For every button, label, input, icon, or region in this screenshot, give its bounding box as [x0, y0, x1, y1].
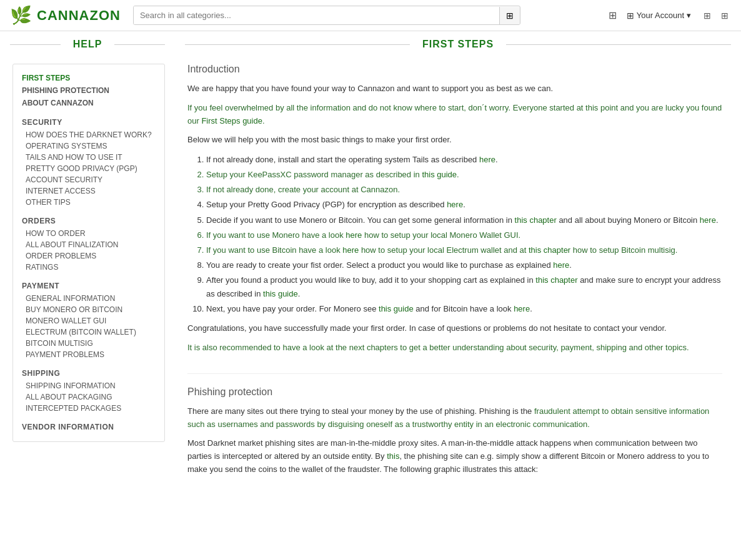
- intro-heading: Introduction: [187, 64, 722, 75]
- account-button[interactable]: ⊞ Your Account ▾: [622, 8, 696, 23]
- header-right: ⊞ ⊞ Your Account ▾ ⊞ ⊞: [609, 6, 731, 24]
- recommend-para: It is also recommended to have a look at…: [187, 341, 722, 355]
- sidebar-item-operating-systems[interactable]: OPERATING SYSTEMS: [22, 140, 156, 152]
- phishing-this-link[interactable]: this: [387, 451, 399, 461]
- sidebar-item-first-steps[interactable]: FIRST STEPS: [22, 72, 156, 84]
- sidebar-item-pgp[interactable]: PRETTY GOOD PRIVACY (PGP): [22, 163, 156, 174]
- sidebar-section-shipping: SHIPPING: [22, 369, 156, 378]
- step7-link1[interactable]: here: [342, 245, 359, 255]
- intro-section: Introduction We are happy that you have …: [187, 64, 722, 355]
- intro-para2: If you feel overwhelmed by all the infor…: [187, 102, 722, 128]
- step4-link[interactable]: here: [447, 200, 463, 209]
- step-1: If not already done, install and start t…: [206, 153, 722, 167]
- sidebar-item-general-info[interactable]: GENERAL INFORMATION: [22, 293, 156, 304]
- dropdown-arrow-icon: ▾: [687, 11, 691, 20]
- qr-icon: ⊞: [506, 11, 514, 21]
- sidebar-item-finalization[interactable]: ALL ABOUT FINALIZATION: [22, 239, 156, 250]
- grid-icon-1: ⊞: [704, 11, 711, 21]
- sidebar-item-about-cannazon[interactable]: ABOUT CANNAZON: [22, 97, 156, 109]
- sidebar-item-monero-wallet[interactable]: MONERO WALLET GUI: [22, 315, 156, 327]
- sidebar-section-security: SECURITY: [22, 118, 156, 127]
- step5-link1[interactable]: this chapter: [515, 215, 557, 225]
- sidebar-item-phishing-protection[interactable]: PHISHING PROTECTION: [22, 84, 156, 97]
- sidebar-item-packaging[interactable]: ALL ABOUT PACKAGING: [22, 391, 156, 403]
- step-3: If not already done, create your account…: [206, 183, 722, 197]
- phishing-heading: Phishing protection: [187, 386, 722, 398]
- sidebar-item-buy-monero-bitcoin[interactable]: BUY MONERO OR BITCOIN: [22, 304, 156, 315]
- account-icon: ⊞: [627, 11, 634, 21]
- sidebar: FIRST STEPS PHISHING PROTECTION ABOUT CA…: [0, 57, 175, 501]
- step9-link2[interactable]: this guide: [263, 289, 298, 298]
- sidebar-item-other-tips[interactable]: OTHER TIPS: [22, 197, 156, 208]
- phishing-para1: There are many sites out there trying to…: [187, 405, 722, 431]
- sidebar-item-darknet[interactable]: HOW DOES THE DARKNET WORK?: [22, 129, 156, 140]
- help-section-title: HELP: [61, 39, 115, 50]
- step1-link[interactable]: here: [479, 155, 495, 164]
- sidebar-item-account-security[interactable]: ACCOUNT SECURITY: [22, 174, 156, 185]
- sidebar-item-order-problems[interactable]: ORDER PROBLEMS: [22, 250, 156, 262]
- sidebar-section-payment: PAYMENT: [22, 282, 156, 290]
- sidebar-item-electrum[interactable]: ELECTRUM (BITCOIN WALLET): [22, 327, 156, 338]
- help-section-header: HELP: [0, 31, 175, 57]
- header-icon-btn-1[interactable]: ⊞: [701, 6, 714, 24]
- congrats-para: Congratulations, you have successfully m…: [187, 322, 722, 335]
- sidebar-item-tails[interactable]: TAILS AND HOW TO USE IT: [22, 152, 156, 163]
- intro-para3: Below we will help you with the most bas…: [187, 134, 722, 147]
- first-steps-section-header: FIRST STEPS: [175, 31, 741, 57]
- phishing-section: Phishing protection There are many sites…: [187, 386, 722, 476]
- search-area: ⊞: [133, 6, 520, 25]
- phishing-para2: Most Darknet market phishing sites are m…: [187, 437, 722, 476]
- page-container: HELP FIRST STEPS FIRST STEPS PHISHING PR…: [0, 31, 741, 514]
- content-area: FIRST STEPS PHISHING PROTECTION ABOUT CA…: [0, 57, 741, 514]
- logo-text: CANNAZON: [37, 7, 121, 24]
- first-steps-section-title: FIRST STEPS: [410, 39, 506, 50]
- step-4: Setup your Pretty Good Privacy (PGP) for…: [206, 198, 722, 212]
- sidebar-item-payment-problems[interactable]: PAYMENT PROBLEMS: [22, 349, 156, 360]
- step6-link[interactable]: here: [346, 230, 362, 240]
- help-header-col: HELP: [0, 31, 175, 57]
- step9-link1[interactable]: this chapter: [535, 275, 577, 285]
- sidebar-item-ratings[interactable]: RATINGS: [22, 262, 156, 273]
- step5-link2[interactable]: here: [700, 215, 716, 225]
- sidebar-card: FIRST STEPS PHISHING PROTECTION ABOUT CA…: [12, 64, 165, 442]
- step2-link[interactable]: this guide: [422, 170, 457, 179]
- sidebar-section-orders: ORDERS: [22, 217, 156, 225]
- account-label: Your Account: [637, 11, 684, 20]
- step8-link[interactable]: here: [553, 260, 569, 270]
- logo-area: 🌿 CANNAZON: [10, 5, 121, 26]
- first-steps-guide-link[interactable]: First Steps guide: [201, 116, 262, 125]
- section-headers-row: HELP FIRST STEPS: [0, 31, 741, 57]
- step-9: After you found a product you would like…: [206, 273, 722, 301]
- step-10: Next, you have pay your order. For Moner…: [206, 302, 722, 316]
- sidebar-item-intercepted[interactable]: INTERCEPTED PACKAGES: [22, 403, 156, 414]
- step-2: Setup your KeePassXC password manager as…: [206, 168, 722, 182]
- steps-list: If not already done, install and start t…: [187, 153, 722, 316]
- step7-link2[interactable]: this chapter: [529, 245, 570, 255]
- section-divider: [187, 373, 722, 374]
- sidebar-item-how-to-order[interactable]: HOW TO ORDER: [22, 228, 156, 239]
- main-content: Introduction We are happy that you have …: [175, 57, 741, 501]
- sidebar-item-shipping-info[interactable]: SHIPPING INFORMATION: [22, 380, 156, 391]
- first-steps-header-col: FIRST STEPS: [175, 31, 741, 57]
- step10-link1[interactable]: this guide: [379, 304, 414, 313]
- qr-icon-small: ⊞: [609, 9, 617, 21]
- search-input[interactable]: [134, 6, 499, 24]
- phishing-highlighted: fraudulent attempt to obtain sensitive i…: [187, 406, 709, 429]
- help-header-line-left: [10, 44, 61, 45]
- header-icon-btn-2[interactable]: ⊞: [719, 6, 731, 24]
- step-5: Decide if you want to use Monero or Bitc…: [206, 214, 722, 227]
- header: 🌿 CANNAZON ⊞ ⊞ ⊞ Your Account ▾ ⊞ ⊞: [0, 0, 741, 31]
- step-8: You are ready to create your fist order.…: [206, 258, 722, 272]
- intro-para1: We are happy that you have found your wa…: [187, 82, 722, 96]
- step-6: If you want to use Monero have a look he…: [206, 228, 722, 242]
- grid-icon-2: ⊞: [721, 11, 729, 21]
- step10-link2[interactable]: here: [514, 304, 530, 313]
- search-button[interactable]: ⊞: [499, 7, 520, 24]
- cannabis-icon: 🌿: [10, 5, 32, 26]
- first-steps-header-line-right: [506, 44, 731, 45]
- help-header-line-right: [114, 44, 165, 45]
- step-7: If you want to use Bitcoin have a look h…: [206, 243, 722, 257]
- intro-para2-post: .: [262, 116, 265, 125]
- sidebar-item-internet-access[interactable]: INTERNET ACCESS: [22, 185, 156, 197]
- sidebar-item-bitcoin-multisig[interactable]: BITCOIN MULTISIG: [22, 338, 156, 349]
